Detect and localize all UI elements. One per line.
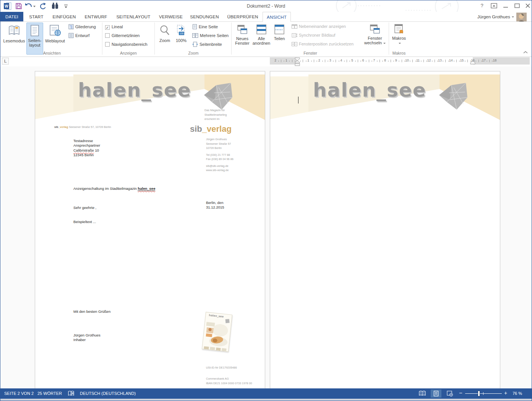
page-indicator[interactable]: SEITE 2 VON 2 (4, 391, 34, 396)
fensterposition-zuruecksetzen-button[interactable]: Fensterposition zurücksetzen (292, 42, 354, 47)
footer-vat: USt-ID-Nr DE179205486 (206, 365, 237, 370)
word-count[interactable]: 25 WÖRTER (37, 391, 62, 396)
zoom-icon (159, 24, 170, 37)
tab-ueberpruefen[interactable]: ÜBERPRÜFEN (224, 12, 261, 22)
web-layout-view-button[interactable] (444, 390, 455, 398)
ruler-mark (284, 61, 284, 61)
maximize-button[interactable] (513, 2, 522, 10)
ruler-mark (358, 60, 358, 62)
ruler-mark (412, 60, 413, 62)
subject-line: Anzeigenschaltung im Stadtteilmagazin ha… (73, 186, 155, 191)
page-2[interactable]: halen_see (270, 71, 500, 388)
zoom-slider-thumb[interactable] (478, 391, 480, 396)
body-text: Beispieltext ... (73, 220, 96, 224)
tab-start[interactable]: START (27, 12, 45, 22)
proofing-errors-icon[interactable] (68, 390, 75, 396)
read-mode-view-button[interactable] (417, 390, 428, 398)
reset-window-position-icon (292, 42, 297, 47)
ruler-mark (347, 60, 347, 62)
nebeneinander-anzeigen-button[interactable]: Nebeneinander anzeigen (292, 24, 346, 29)
minimize-button[interactable] (501, 2, 510, 10)
checkbox-navigationsbereich[interactable]: Navigationsbereich (105, 42, 148, 47)
mehrere-seiten-button[interactable]: Mehrere Seiten (192, 33, 229, 38)
zoom-percentage[interactable]: 76 % (513, 391, 522, 396)
synchroner-bildlauf-button[interactable]: Synchroner Bildlauf (292, 33, 335, 38)
account-menu[interactable]: Jürgen Grothues (477, 12, 514, 22)
chevron-down-icon (512, 16, 514, 19)
tab-sendungen[interactable]: SENDUNGEN (187, 12, 222, 22)
tab-einfuegen[interactable]: EINFÜGEN (49, 12, 80, 22)
alle-anordnen-button[interactable]: Alleanordnen (252, 23, 271, 55)
h-ruler[interactable]: 21123456789101112131415161718 (270, 57, 530, 65)
collapse-ribbon-button[interactable] (522, 50, 529, 55)
print-layout-view-button[interactable] (431, 390, 441, 398)
ruler-mark (360, 61, 361, 61)
indent-markers[interactable] (294, 57, 302, 68)
checkbox-lineal[interactable]: ✓Lineal (105, 24, 123, 30)
ruler-mark (369, 60, 369, 62)
tab-seitenlayout[interactable]: SEITENLAYOUT (112, 12, 155, 22)
ruler-mark (445, 60, 446, 62)
zoom-100-button[interactable]: 100 100% (174, 23, 188, 54)
macros-icon (393, 24, 405, 34)
ruler-mark: 17 (482, 58, 485, 62)
account-name: Jürgen Grothues (477, 15, 510, 19)
tab-ansicht[interactable]: ANSICHT (263, 12, 291, 22)
zoom-out-button[interactable]: − (459, 390, 462, 396)
gliederung-button[interactable]: Gliederung (68, 24, 96, 29)
ruler-mark (295, 61, 295, 61)
language-indicator[interactable]: DEUTSCH (DEUTSCHLAND) (80, 391, 136, 396)
tab-verweise[interactable]: VERWEISE (157, 12, 185, 22)
checkbox-gitternetzlinien[interactable]: Gitternetzlinien (105, 33, 139, 38)
ribbon-display-options-button[interactable] (490, 2, 499, 10)
magazine-cover-image: halen_see (202, 312, 232, 352)
tab-entwurf[interactable]: ENTWURF (82, 12, 110, 22)
letterhead-tagline: Das Magazin für Stadtteilmarketing ersch… (204, 108, 227, 121)
teilen-button[interactable]: Teilen (272, 23, 287, 55)
arrange-all-icon (256, 24, 267, 35)
ruler-mark (355, 61, 356, 61)
checkbox-icon (105, 42, 110, 47)
signature-block: Jürgen Grothues Inhaber (73, 333, 101, 343)
ruler-mark (421, 61, 422, 61)
ruler-mark (281, 60, 281, 62)
dateline: Berlin, den 31.12.2015 (206, 200, 224, 210)
ruler-mark: 1 (285, 58, 287, 62)
ruler-mark (322, 61, 323, 61)
seitenlayout-button[interactable]: Seiten- layout (26, 23, 43, 55)
ruler-mark (344, 61, 345, 61)
tab-stop-selector[interactable]: L (2, 58, 9, 65)
eine-seite-button[interactable]: Eine Seite (192, 24, 218, 29)
spellcheck-word: Calibristraße (73, 148, 94, 152)
entwurf-button[interactable]: Entwurf (68, 33, 89, 38)
word-window: W Dokument2 - Word ? (0, 0, 532, 401)
makros-button[interactable]: Makros (390, 23, 408, 55)
seitenlayout-label: Seiten- (28, 38, 42, 43)
zoom-slider-track[interactable] (465, 393, 502, 394)
ruler-mark (325, 60, 325, 62)
close-button[interactable] (523, 2, 532, 10)
ruler-mark: 14 (449, 58, 453, 62)
tab-datei[interactable]: DATEI (0, 12, 23, 22)
ruler-mark: 6 (362, 58, 364, 62)
sib-verlag-logo: sib_verlag (190, 124, 232, 134)
ruler-mark (388, 61, 389, 61)
ruler-mark (380, 60, 380, 62)
ruler-mark: 4 (340, 58, 342, 62)
neues-fenster-button[interactable]: NeuesFenster (234, 23, 251, 55)
ruler-mark (423, 60, 424, 62)
page-1[interactable]: halen_see Das Magazin für Stadtteilmarke… (35, 71, 265, 388)
weblayout-button[interactable]: Weblayout (44, 23, 66, 54)
web-layout-icon (49, 24, 62, 37)
help-button[interactable]: ? (477, 2, 487, 10)
fenster-wechseln-button[interactable]: Fenster wechseln (363, 23, 387, 55)
zoom-button[interactable]: Zoom (156, 23, 173, 54)
seitenbreite-button[interactable]: Seitenbreite (192, 42, 222, 47)
zoom-in-button[interactable]: + (504, 390, 507, 396)
split-icon (274, 24, 285, 35)
contact-block: Jürgen Grothues Seesener Straße 57 10709… (206, 137, 234, 173)
ruler-mark (489, 60, 490, 62)
footer-bank: Commerzbank AG IBAN DE21 1004 0000 0733 … (206, 377, 252, 385)
lesemodus-button[interactable]: Lesemodus (3, 23, 26, 54)
window-title: Dokument2 - Word (0, 3, 532, 9)
